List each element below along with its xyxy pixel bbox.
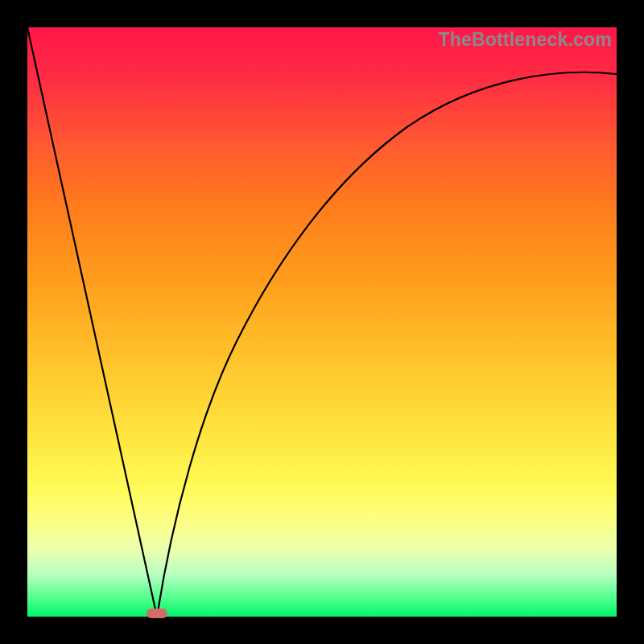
curve-path (27, 27, 617, 617)
bottleneck-marker (147, 609, 167, 618)
bottleneck-curve (27, 27, 617, 617)
watermark-text: TheBottleneck.com (438, 29, 612, 51)
chart-plot-area: TheBottleneck.com (27, 27, 617, 617)
chart-stage: TheBottleneck.com (0, 0, 644, 644)
